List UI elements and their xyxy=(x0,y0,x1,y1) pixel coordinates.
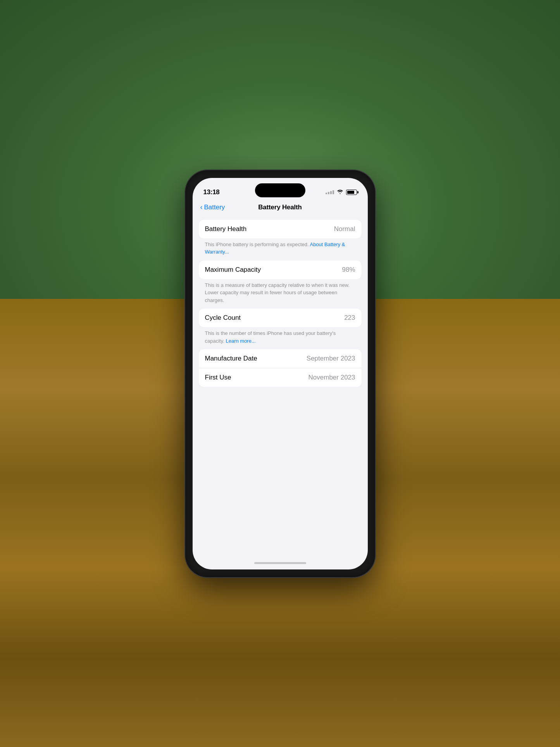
dynamic-island xyxy=(255,183,305,197)
max-capacity-value: 98% xyxy=(342,266,355,274)
battery-status-icon xyxy=(346,190,357,195)
manufacture-date-label: Manufacture Date xyxy=(205,355,257,362)
cycle-count-card: Cycle Count 223 xyxy=(199,309,362,327)
wifi-icon xyxy=(337,189,343,195)
first-use-row: First Use November 2023 xyxy=(199,368,362,387)
phone-device: 13:18 xyxy=(185,170,375,577)
home-indicator xyxy=(193,557,368,569)
cycle-count-label: Cycle Count xyxy=(205,314,241,322)
cycle-count-description: This is the number of times iPhone has u… xyxy=(199,330,362,349)
dates-card: Manufacture Date September 2023 First Us… xyxy=(199,349,362,387)
battery-health-card: Battery Health Normal xyxy=(199,220,362,238)
max-capacity-label: Maximum Capacity xyxy=(205,266,261,274)
first-use-value: November 2023 xyxy=(308,374,355,381)
navigation-header: ‹ Battery Battery Health xyxy=(193,200,368,217)
cycle-count-row: Cycle Count 223 xyxy=(199,309,362,327)
signal-icon xyxy=(326,190,334,194)
max-capacity-description: This is a measure of battery capacity re… xyxy=(199,281,362,309)
battery-health-description: This iPhone battery is performing as exp… xyxy=(199,241,362,261)
max-capacity-row: Maximum Capacity 98% xyxy=(199,261,362,279)
battery-health-row: Battery Health Normal xyxy=(199,220,362,238)
battery-health-value: Normal xyxy=(334,225,355,233)
status-icons xyxy=(326,189,357,195)
battery-health-label: Battery Health xyxy=(205,225,247,233)
first-use-label: First Use xyxy=(205,374,231,381)
back-button[interactable]: ‹ Battery xyxy=(200,204,225,211)
learn-more-link[interactable]: Learn more... xyxy=(226,338,255,344)
content-area: Battery Health Normal This iPhone batter… xyxy=(193,217,368,557)
cycle-count-value: 223 xyxy=(344,314,355,322)
back-chevron-icon: ‹ xyxy=(200,203,203,211)
page-title: Battery Health xyxy=(258,204,302,211)
about-battery-link[interactable]: About Battery & Warranty... xyxy=(205,242,345,255)
manufacture-date-row: Manufacture Date September 2023 xyxy=(199,349,362,368)
status-time: 13:18 xyxy=(203,188,220,196)
max-capacity-card: Maximum Capacity 98% xyxy=(199,261,362,279)
phone-screen: 13:18 xyxy=(193,178,368,569)
home-bar xyxy=(254,562,306,564)
back-label: Battery xyxy=(204,204,225,211)
manufacture-date-value: September 2023 xyxy=(307,355,355,362)
